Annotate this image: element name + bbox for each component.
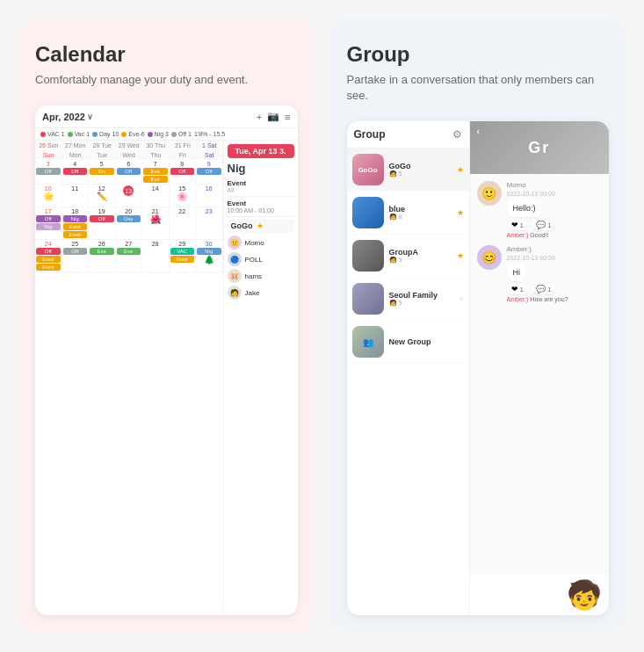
- cal-cell-28[interactable]: 28: [142, 240, 170, 272]
- week-labels: Sun Mon Tue Wed Thu Fri Sat: [35, 150, 223, 160]
- group-panel: Group Partake in a conversation that onl…: [329, 18, 627, 633]
- legend-eve: Eve-6: [121, 131, 144, 137]
- wl-fri: Fri: [170, 150, 197, 160]
- legend-off: Off 1: [171, 131, 192, 137]
- event-date-header: Tue, Apr 13 3.: [228, 144, 294, 158]
- cal-cell-14[interactable]: 14: [142, 185, 170, 207]
- event-item-2[interactable]: Event 10:00 AM - 01:00: [228, 197, 294, 217]
- cal-cell-21[interactable]: 21 🌺: [142, 207, 170, 240]
- cal-week4: 24 Off Event Event 25 Off 26 Eve: [35, 240, 223, 272]
- amber-msg-reactions: ❤ 1 💬 1: [507, 284, 603, 294]
- cal-cell-10[interactable]: 10 🌟: [35, 185, 62, 207]
- cal-cell-11[interactable]: 11: [62, 185, 90, 207]
- cal-cell-8[interactable]: 8 Off: [170, 160, 197, 185]
- group-item-new[interactable]: 👥 New Group: [347, 321, 469, 364]
- groupa-star: ★: [457, 251, 464, 260]
- event-day-title: Nig: [228, 162, 294, 175]
- legend-percent: 1'8% - 15.5: [194, 131, 225, 137]
- cal-cell-3[interactable]: 3 Off: [35, 160, 62, 185]
- app-container: Calendar Comfortably manage your duty an…: [0, 0, 644, 652]
- day-sat: 1 Sat: [196, 141, 223, 150]
- cal-cell-5[interactable]: 5 On: [89, 160, 116, 185]
- amber-comment-reaction[interactable]: 💬 1: [532, 284, 555, 294]
- chat-message-amber: 😊 Amber:) 2022-10-13 00:09 Hi ❤ 1: [477, 245, 603, 302]
- cal-week1: 3 Off 4 Off 5 On 6 Off: [35, 160, 223, 185]
- cal-cell-30[interactable]: 30 Nig 🌲: [196, 240, 223, 272]
- new-group-thumb: 👥: [352, 326, 384, 358]
- group-item-gogo[interactable]: GoGo GoGo 🧑 5 ★: [347, 149, 469, 192]
- cal-week2: 10 🌟 11 12 ✏️ 13: [35, 185, 223, 207]
- cal-cell-15[interactable]: 15 🌸: [170, 185, 197, 207]
- cal-cell-23[interactable]: 23: [196, 207, 223, 240]
- cal-cell-16[interactable]: 16: [196, 185, 223, 207]
- cal-cell-24[interactable]: 24 Off Event Event: [35, 240, 62, 272]
- calendar-body: 26 Sun 27 Mon 28 Tue 29 Wed 30 Thu 31 Fr…: [35, 141, 298, 615]
- group-item-seoul[interactable]: Seoul Family 🧑 9 ☆: [347, 278, 469, 321]
- cal-cell-26[interactable]: 26 Eve: [89, 240, 116, 272]
- month-dropdown-icon[interactable]: ∨: [87, 112, 93, 121]
- legend-vac2: Vac 1: [68, 131, 90, 137]
- cal-cell-9[interactable]: 9 Off: [196, 160, 223, 185]
- menu-icon[interactable]: ≡: [285, 112, 290, 122]
- momo-comment-reaction[interactable]: 💬 1: [532, 220, 555, 230]
- cal-week3: 17 Off Nig 18 Nig Event Event 19 Off: [35, 207, 223, 240]
- group-item-groupa[interactable]: GroupA 🧑 3 ★: [347, 235, 469, 278]
- calendar-legend: VAC 1 Vac 1 Day 10 Eve-6 Nig 3: [35, 128, 298, 141]
- cal-cell-25[interactable]: 25 Off: [62, 240, 90, 272]
- character-mascot: 🧒: [567, 578, 602, 612]
- cal-cell-6[interactable]: 6 Off: [116, 160, 143, 185]
- attendee-hams[interactable]: 🐹 hams: [228, 269, 294, 283]
- seoul-info: Seoul Family 🧑 9: [389, 291, 453, 307]
- event-item-1[interactable]: Event All: [228, 177, 294, 197]
- attendee-jake[interactable]: 🧑 Jake: [228, 286, 294, 300]
- attendee-momo[interactable]: 🙂 Momo: [228, 235, 294, 250]
- attendee-poll[interactable]: 🔵 POLL: [228, 252, 294, 266]
- group-app-mockup: Group ⚙ GoGo GoGo 🧑 5 ★ blue: [347, 121, 610, 615]
- gogo-event-row[interactable]: GoGo ★: [228, 219, 294, 233]
- group-item-blue[interactable]: blue 🧑 8 ★: [347, 192, 469, 235]
- cal-cell-27[interactable]: 27 Eve: [116, 240, 143, 272]
- legend-nig: Nig 3: [148, 131, 169, 137]
- momo-heart-reaction[interactable]: ❤ 1: [507, 220, 528, 230]
- wl-sun: Sun: [35, 150, 62, 160]
- cal-cell-12[interactable]: 12 ✏️: [89, 185, 116, 207]
- event-detail-panel: Tue, Apr 13 3. Nig Event All Event 10:00…: [223, 141, 298, 615]
- group-list-panel: Group ⚙ GoGo GoGo 🧑 5 ★ blue: [347, 121, 470, 615]
- new-group-info: New Group: [389, 337, 464, 346]
- momo-msg-reactions: ❤ 1 💬 1: [507, 220, 603, 230]
- calendar-month[interactable]: Apr, 2022 ∨: [42, 112, 93, 122]
- group-settings-icon[interactable]: ⚙: [452, 128, 462, 141]
- chat-back-button[interactable]: ‹: [477, 127, 481, 136]
- day-thu: 30 Thu: [142, 141, 170, 150]
- days-header: 26 Sun 27 Mon 28 Tue 29 Wed 30 Thu 31 Fr…: [35, 141, 223, 150]
- cal-cell-20[interactable]: 20 Day: [116, 207, 143, 240]
- gogo-star-icon: ★: [257, 221, 264, 230]
- cal-cell-19[interactable]: 19 Off: [89, 207, 116, 240]
- legend-day: Day 10: [92, 131, 119, 137]
- camera-icon[interactable]: 📷: [267, 111, 279, 122]
- momo-msg-avatar: 🙂: [477, 181, 502, 206]
- cal-cell-29[interactable]: 29 VAC Event: [170, 240, 197, 272]
- blue-info: blue 🧑 8: [389, 205, 452, 221]
- cal-cell-17[interactable]: 17 Off Nig: [35, 207, 62, 240]
- calendar-header: Apr, 2022 ∨ + 📷 ≡: [35, 105, 298, 128]
- group-title: Group: [347, 42, 610, 67]
- cal-cell-18[interactable]: 18 Nig Event Event: [62, 207, 90, 240]
- cal-cell-13[interactable]: 13: [116, 185, 143, 207]
- amber-msg-avatar: 😊: [477, 245, 502, 270]
- cal-cell-22[interactable]: 22: [170, 207, 197, 240]
- day-tue: 28 Tue: [89, 141, 116, 150]
- calendar-title: Calendar: [35, 42, 298, 67]
- add-icon[interactable]: +: [257, 112, 262, 122]
- amber-heart-reaction[interactable]: ❤ 1: [507, 284, 528, 294]
- wl-mon: Mon: [62, 150, 90, 160]
- wl-tue: Tue: [89, 150, 116, 160]
- gogo-thumb: GoGo: [352, 154, 384, 185]
- chat-message-momo: 🙂 Momo 2022-10-13 00:09 Hello:) ❤ 1: [477, 181, 603, 238]
- day-sun: 26 Sun: [35, 141, 62, 150]
- calendar-panel: Calendar Comfortably manage your duty an…: [18, 18, 315, 633]
- hams-avatar: 🐹: [228, 269, 242, 283]
- cal-cell-7[interactable]: 7 Eve Eve: [142, 160, 170, 185]
- blue-star: ★: [457, 208, 464, 217]
- cal-cell-4[interactable]: 4 Off: [62, 160, 90, 185]
